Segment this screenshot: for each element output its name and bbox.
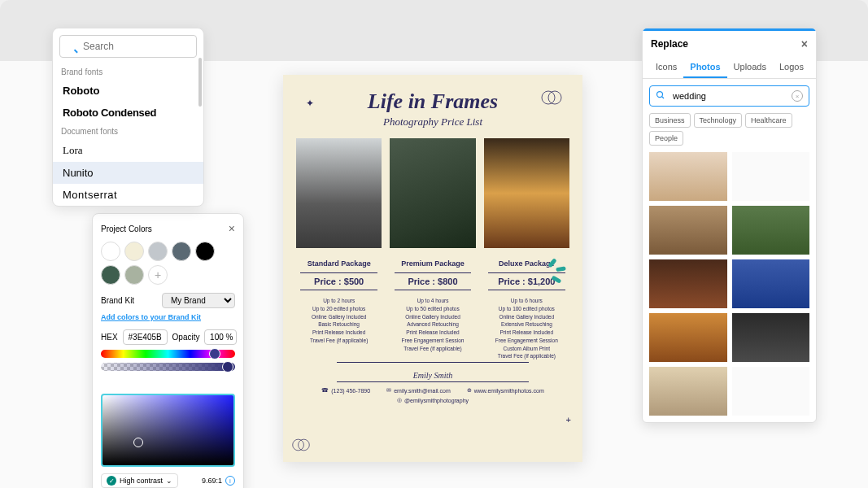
contrast-ratio: 9.69:1 <box>202 477 222 485</box>
design-canvas[interactable]: ✦ Life in Frames Photography Price List … <box>283 75 582 462</box>
package-features[interactable]: Up to 2 hoursUp to 20 edited photosOnlin… <box>296 297 382 345</box>
svg-point-4 <box>657 92 663 98</box>
design-subtitle[interactable]: Photography Price List <box>296 115 569 129</box>
color-swatch[interactable] <box>195 242 215 261</box>
brandkit-label: Brand Kit <box>101 296 134 305</box>
brand-fonts-label: Brand fonts <box>53 64 203 80</box>
package-deluxe[interactable]: Deluxe Package Price : $1,200 Up to 6 ho… <box>484 138 569 360</box>
hex-input[interactable] <box>123 329 168 345</box>
brandkit-select[interactable]: My Brand <box>162 293 235 308</box>
globe-icon: ⊕ <box>467 387 472 394</box>
tab-uploads[interactable]: Uploads <box>727 57 773 78</box>
color-swatch[interactable] <box>124 265 144 285</box>
color-swatch[interactable] <box>124 242 144 261</box>
tab-logos[interactable]: Logos <box>773 57 810 78</box>
tag-technology[interactable]: Technology <box>694 113 743 128</box>
color-picker-panel: Project Colors × + Brand Kit My Brand Ad… <box>92 213 244 488</box>
document-fonts-label: Document fonts <box>53 124 203 139</box>
chevron-down-icon: ⌄ <box>166 477 172 485</box>
tab-icons[interactable]: Icons <box>649 57 683 78</box>
package-features[interactable]: Up to 4 hoursUp to 50 edited photosOnlin… <box>390 297 475 352</box>
photo-result[interactable] <box>649 259 727 308</box>
color-swatch[interactable] <box>101 242 120 261</box>
photo-result[interactable] <box>732 206 810 255</box>
font-item-roboto[interactable]: Roboto <box>53 80 203 102</box>
font-picker-panel: Brand fonts Roboto Roboto Condensed Docu… <box>52 28 204 207</box>
alpha-slider[interactable] <box>101 363 235 371</box>
font-search-input[interactable] <box>59 35 197 58</box>
photo-result[interactable] <box>649 367 727 416</box>
opacity-input[interactable] <box>204 329 237 345</box>
close-icon[interactable]: × <box>801 37 808 50</box>
package-image[interactable] <box>296 138 382 248</box>
package-image[interactable] <box>484 138 569 248</box>
search-icon <box>656 89 665 103</box>
hex-label: HEX <box>101 333 118 342</box>
font-item-nunito[interactable]: Nunito <box>53 162 203 184</box>
color-field[interactable] <box>101 394 235 467</box>
color-swatch[interactable] <box>172 242 191 261</box>
font-item-montserrat[interactable]: Montserrat <box>53 184 203 206</box>
add-colors-link[interactable]: Add colors to your Brand Kit <box>101 313 235 321</box>
tag-healthcare[interactable]: Healthcare <box>745 113 792 128</box>
hue-slider[interactable] <box>101 350 235 358</box>
package-features[interactable]: Up to 6 hoursUp to 100 edited photosOnli… <box>484 297 569 360</box>
venn-icon <box>540 89 563 109</box>
tag-business[interactable]: Business <box>649 113 691 128</box>
package-standard[interactable]: Standard Package Price : $500 Up to 2 ho… <box>296 138 382 360</box>
phone-icon: ☎ <box>321 387 329 394</box>
email-icon: ✉ <box>386 387 391 394</box>
photo-result[interactable] <box>732 367 810 416</box>
package-name[interactable]: Premium Package <box>390 259 475 268</box>
color-swatch[interactable] <box>148 242 168 261</box>
font-item-lora[interactable]: Lora <box>53 139 203 162</box>
clear-icon[interactable]: × <box>792 90 803 102</box>
tag-people[interactable]: People <box>649 131 683 146</box>
opacity-label: Opacity <box>172 333 200 342</box>
project-colors-title: Project Colors <box>101 224 152 233</box>
design-title[interactable]: Life in Frames <box>296 89 569 114</box>
info-icon[interactable]: i <box>225 476 235 486</box>
photo-result[interactable] <box>649 313 727 362</box>
instagram-icon: ◎ <box>397 397 402 403</box>
font-item-roboto-condensed[interactable]: Roboto Condensed <box>53 102 203 124</box>
package-price[interactable]: Price : $500 <box>300 272 377 290</box>
venn-icon <box>291 438 311 455</box>
footer-name[interactable]: Emily Smith <box>296 371 569 380</box>
plus-icon: + <box>566 415 571 425</box>
tab-photos[interactable]: Photos <box>683 57 726 78</box>
package-name[interactable]: Standard Package <box>296 259 382 268</box>
close-icon[interactable]: × <box>229 222 235 235</box>
photo-result[interactable] <box>732 259 810 308</box>
photo-result[interactable] <box>649 152 727 201</box>
color-swatch[interactable] <box>101 265 120 285</box>
check-icon: ✓ <box>107 476 116 486</box>
photo-result[interactable] <box>732 152 810 201</box>
package-price[interactable]: Price : $800 <box>395 272 472 290</box>
replace-title: Replace <box>651 38 688 50</box>
sparkle-icon: ✦ <box>306 98 314 109</box>
contrast-badge[interactable]: ✓ High contrast ⌄ <box>101 473 178 488</box>
photo-result[interactable] <box>649 206 727 255</box>
contacts[interactable]: ☎(123) 456-7890 ✉emily.smith@mail.com ⊕w… <box>296 387 569 403</box>
package-image[interactable] <box>390 138 475 248</box>
svg-line-5 <box>662 97 665 99</box>
replace-panel: Replace × Icons Photos Uploads Logos × B… <box>642 28 817 423</box>
package-premium[interactable]: Premium Package Price : $800 Up to 4 hou… <box>390 138 475 360</box>
replace-search-input[interactable] <box>649 85 809 107</box>
photo-result[interactable] <box>732 313 810 362</box>
add-swatch-button[interactable]: + <box>148 265 168 285</box>
scrollbar[interactable] <box>198 58 202 107</box>
